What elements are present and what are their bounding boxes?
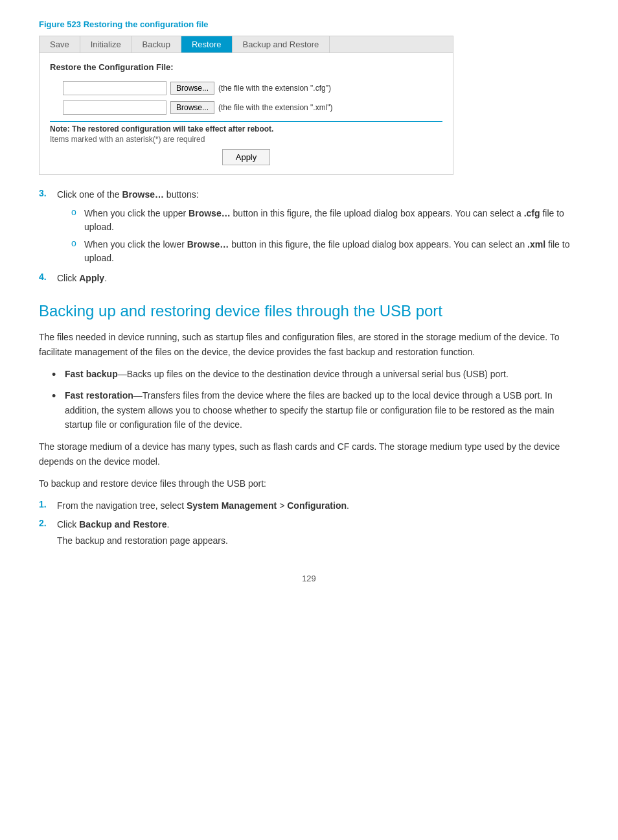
xml-file-input[interactable] bbox=[63, 100, 166, 115]
step3-bullets: o When you click the upper Browse… butto… bbox=[71, 207, 579, 265]
bullet-xml-text: When you click the lower Browse… button … bbox=[84, 238, 579, 265]
tab-restore[interactable]: Restore bbox=[181, 36, 233, 52]
xml-file-row: Browse... (the file with the extension "… bbox=[63, 100, 442, 115]
num-step1-row: 1. From the navigation tree, select Syst… bbox=[39, 499, 579, 513]
bullet-dot-main-1: • bbox=[52, 367, 65, 383]
browse-cfg-button[interactable]: Browse... bbox=[170, 82, 214, 95]
bullet-dot-2: o bbox=[71, 238, 82, 248]
bullet-cfg-text: When you click the upper Browse… button … bbox=[84, 207, 579, 234]
step3-num: 3. bbox=[39, 188, 57, 198]
step4-row: 4. Click Apply. bbox=[39, 272, 579, 285]
bullet-dot-1: o bbox=[71, 207, 82, 217]
figure-title: Figure 523 Restoring the configuration f… bbox=[39, 19, 579, 29]
num-step1-num: 1. bbox=[39, 499, 57, 509]
tab-backup[interactable]: Backup bbox=[132, 36, 181, 52]
step4-text: Click Apply. bbox=[57, 272, 107, 285]
step3-row: 3. Click one of the Browse… buttons: bbox=[39, 188, 579, 202]
fast-restoration-text: Fast restoration—Transfers files from th… bbox=[65, 388, 579, 432]
fast-restoration-item: • Fast restoration—Transfers files from … bbox=[52, 388, 579, 432]
note-bar: Note: The restored configuration will ta… bbox=[50, 121, 442, 165]
num-step2-row: 2. Click Backup and Restore. The backup … bbox=[39, 518, 579, 548]
ui-panel: Save Initialize Backup Restore Backup an… bbox=[39, 36, 453, 175]
required-text: Items marked with an asterisk(*) are req… bbox=[50, 135, 442, 144]
bullet-dot-main-2: • bbox=[52, 388, 65, 404]
tab-backup-restore[interactable]: Backup and Restore bbox=[233, 36, 330, 52]
fast-backup-item: • Fast backup—Backs up files on the devi… bbox=[52, 367, 579, 383]
browse-xml-button[interactable]: Browse... bbox=[170, 101, 214, 114]
xml-label: (the file with the extension ".xml") bbox=[218, 103, 333, 112]
apply-button[interactable]: Apply bbox=[222, 149, 271, 165]
tab-save[interactable]: Save bbox=[40, 36, 80, 52]
paragraph-1: The files needed in device running, such… bbox=[39, 330, 579, 359]
tab-content: Restore the Configuration File: Browse..… bbox=[40, 53, 453, 174]
page-number: 129 bbox=[39, 574, 579, 583]
section-heading: Backing up and restoring device files th… bbox=[39, 301, 579, 321]
fast-backup-text: Fast backup—Backs up files on the device… bbox=[65, 367, 509, 381]
paragraph-3: To backup and restore device files throu… bbox=[39, 476, 579, 491]
num-step2-num: 2. bbox=[39, 518, 57, 528]
num-step2-text: Click Backup and Restore. bbox=[57, 518, 170, 531]
num-step1-text: From the navigation tree, select System … bbox=[57, 499, 349, 513]
section-title: Restore the Configuration File: bbox=[50, 62, 442, 72]
numbered-steps: 1. From the navigation tree, select Syst… bbox=[39, 499, 579, 548]
num-step2-subtext: The backup and restoration page appears. bbox=[57, 535, 228, 546]
bullet-xml: o When you click the lower Browse… butto… bbox=[71, 238, 579, 265]
bullet-cfg: o When you click the upper Browse… butto… bbox=[71, 207, 579, 234]
cfg-file-input[interactable] bbox=[63, 81, 166, 95]
step3-text: Click one of the Browse… buttons: bbox=[57, 188, 199, 202]
cfg-label: (the file with the extension ".cfg") bbox=[218, 84, 331, 93]
paragraph-2: The storage medium of a device has many … bbox=[39, 439, 579, 469]
step4-num: 4. bbox=[39, 272, 57, 282]
tab-initialize[interactable]: Initialize bbox=[80, 36, 132, 52]
note-text: Note: The restored configuration will ta… bbox=[50, 124, 442, 134]
feature-bullets: • Fast backup—Backs up files on the devi… bbox=[52, 367, 579, 432]
tab-bar: Save Initialize Backup Restore Backup an… bbox=[40, 36, 453, 53]
cfg-file-row: Browse... (the file with the extension "… bbox=[63, 81, 442, 95]
